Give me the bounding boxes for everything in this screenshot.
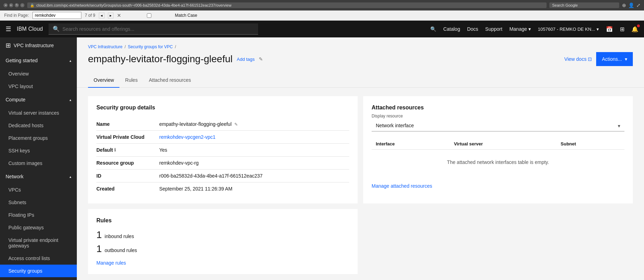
field-value-created: September 25, 2021 11:26:39 AM <box>159 186 349 192</box>
col-subnet: Subnet <box>556 138 624 150</box>
section-chevron-compute: ▴ <box>69 98 71 102</box>
sidebar-item-security-groups[interactable]: Security groups <box>0 265 77 277</box>
attached-resources-card: Attached resources Display resource Netw… <box>363 96 633 203</box>
match-case-option[interactable]: Match Case <box>125 13 197 18</box>
details-row-vpc: Virtual Private Cloud remkohdev-vpcgen2-… <box>96 131 349 144</box>
field-label-created: Created <box>96 186 159 192</box>
sidebar-item-vpc-layout[interactable]: VPC layout <box>0 80 77 93</box>
content-grid: Security group details Name empathy-levi… <box>77 88 644 280</box>
find-close-btn[interactable]: ✕ <box>117 13 121 18</box>
tab-overview[interactable]: Overview <box>88 73 119 88</box>
find-prev-btn[interactable]: ◂ <box>99 13 104 19</box>
breadcrumb-area: VPC Infrastructure / Security groups for… <box>77 37 644 49</box>
info-icon[interactable]: ℹ <box>114 148 116 152</box>
sidebar-section-network[interactable]: Network ▴ <box>0 170 77 184</box>
nav-links: 🔍 Catalog Docs Support Manage ▾ 1057607 … <box>430 26 638 33</box>
sidebar-item-dedicated-hosts[interactable]: Dedicated hosts <box>0 119 77 132</box>
outbound-count: 1 <box>96 243 102 254</box>
details-row-resource-group: Resource group remkohdev-vpc-rg <box>96 157 349 170</box>
add-tags-button[interactable]: Add tags <box>237 57 255 62</box>
manage-rules-link[interactable]: Manage rules <box>96 260 126 266</box>
extensions-icon[interactable]: ⊕ <box>622 2 626 8</box>
reload-btn[interactable]: ↻ <box>15 3 19 7</box>
sidebar-item-vpcs[interactable]: VPCs <box>0 184 77 196</box>
view-docs-button[interactable]: View docs ⊡ <box>564 56 592 62</box>
catalog-link[interactable]: Catalog <box>443 26 460 32</box>
sidebar-section-compute[interactable]: Compute ▴ <box>0 93 77 107</box>
sidebar-item-vsi[interactable]: Virtual server instances <box>0 107 77 119</box>
name-edit-icon[interactable]: ✎ <box>234 122 238 127</box>
details-row-created: Created September 25, 2021 11:26:39 AM <box>96 182 349 195</box>
browser-search-input[interactable]: Search Google <box>549 2 619 8</box>
hamburger-menu[interactable]: ☰ <box>6 25 11 33</box>
sidebar-item-public-gateways[interactable]: Public gateways <box>0 221 77 234</box>
field-value-name: empathy-levitator-flogging-gleeful ✎ <box>159 121 349 127</box>
manage-chevron: ▾ <box>528 26 531 32</box>
tab-rules[interactable]: Rules <box>119 73 143 88</box>
outbound-rules-row: 1 outbound rules <box>96 243 349 254</box>
profile-icon[interactable]: 👤 <box>628 2 634 8</box>
forward-btn[interactable]: ▸ <box>9 3 13 7</box>
app-body: ⊞ VPC Infrastructure Getting started ▴ O… <box>0 37 644 280</box>
global-search[interactable]: 🔍 Search resources and offerings... <box>49 23 258 35</box>
main-content: VPC Infrastructure / Security groups for… <box>77 37 644 280</box>
breadcrumb-sep-2: / <box>175 44 176 49</box>
display-resource-dropdown[interactable]: Network interface <box>372 120 624 131</box>
home-btn[interactable]: ⌂ <box>20 3 24 7</box>
maximize-icon[interactable]: ⤢ <box>636 2 641 8</box>
account-chevron: ▾ <box>597 27 599 32</box>
sidebar-item-acls[interactable]: Access control lists <box>0 252 77 265</box>
breadcrumb-vpc-infra[interactable]: VPC Infrastructure <box>88 44 123 49</box>
sidebar-item-floating-ips[interactable]: Floating IPs <box>0 209 77 221</box>
search-placeholder: Search resources and offerings... <box>63 26 134 32</box>
grid-icon[interactable]: ⊞ <box>620 26 624 33</box>
find-input[interactable] <box>32 12 81 19</box>
external-link-icon: ⊡ <box>588 56 592 62</box>
calendar-icon[interactable]: 📅 <box>606 26 613 33</box>
field-label-rg: Resource group <box>96 160 159 166</box>
details-row-id: ID r006-ba25832d-43da-4be4-a17f-661512ea… <box>96 170 349 182</box>
sidebar-item-placement-groups[interactable]: Placement groups <box>0 132 77 144</box>
header-actions: View docs ⊡ Actions... ▾ <box>564 52 633 66</box>
browser-chrome: ◂ ▸ ↻ ⌂ 🔒 cloud.ibm.com/vpc-ext/network/… <box>0 0 644 10</box>
attached-resources-table: Interface Virtual server Subnet The atta… <box>372 138 624 175</box>
display-resource-label: Display resource <box>372 114 624 119</box>
search-icon-nav[interactable]: 🔍 <box>430 26 436 32</box>
back-btn[interactable]: ◂ <box>3 3 8 7</box>
page-header: empathy-levitator-flogging-gleeful Add t… <box>77 52 644 73</box>
breadcrumb: VPC Infrastructure / Security groups for… <box>88 44 633 49</box>
actions-button[interactable]: Actions... ▾ <box>596 52 633 66</box>
manage-attached-resources-link[interactable]: Manage attached resources <box>372 183 432 189</box>
inbound-rules-row: 1 inbound rules <box>96 229 349 240</box>
manage-dropdown[interactable]: Manage ▾ <box>509 26 531 32</box>
sidebar-item-custom-images[interactable]: Custom images <box>0 157 77 170</box>
breadcrumb-security-groups[interactable]: Security groups for VPC <box>128 44 173 49</box>
rules-card: Rules 1 inbound rules 1 outbound rules M… <box>88 209 358 274</box>
tab-attached-resources[interactable]: Attached resources <box>143 73 197 88</box>
notifications-icon[interactable]: 🔔 <box>631 26 638 33</box>
field-value-default: Yes <box>159 147 349 153</box>
display-resource-dropdown-wrapper: Network interface <box>372 120 624 131</box>
field-value-id: r006-ba25832d-43da-4be4-a17f-661512eac23… <box>159 173 349 179</box>
find-count: 7 of 9 <box>85 13 95 18</box>
sidebar-section-getting-started[interactable]: Getting started ▴ <box>0 53 77 67</box>
account-info[interactable]: 1057607 - REMKO DE KN... ▾ <box>538 27 599 32</box>
match-case-checkbox[interactable] <box>125 13 174 18</box>
sidebar-item-subnets[interactable]: Subnets <box>0 196 77 209</box>
sidebar-item-ssh-keys[interactable]: SSH keys <box>0 144 77 157</box>
security-group-details-card: Security group details Name empathy-levi… <box>88 96 358 203</box>
support-link[interactable]: Support <box>485 26 502 32</box>
sidebar-item-vpeg[interactable]: Virtual private endpoint gateways <box>0 234 77 252</box>
field-value-vpc: remkohdev-vpcgen2-vpc1 <box>159 134 349 140</box>
find-next-btn[interactable]: ▸ <box>108 13 114 19</box>
col-interface: Interface <box>372 138 450 150</box>
edit-title-icon[interactable]: ✎ <box>259 56 263 62</box>
table-empty-state: The attached network interfaces table is… <box>376 152 620 172</box>
outbound-label: outbound rules <box>105 247 137 253</box>
sidebar-item-overview[interactable]: Overview <box>0 67 77 80</box>
url-bar[interactable]: 🔒 cloud.ibm.com/vpc-ext/network/security… <box>27 2 547 8</box>
page-title-area: empathy-levitator-flogging-gleeful Add t… <box>88 53 263 65</box>
field-label-vpc: Virtual Private Cloud <box>96 134 159 140</box>
search-icon: 🔍 <box>53 26 60 32</box>
docs-link[interactable]: Docs <box>467 26 478 32</box>
